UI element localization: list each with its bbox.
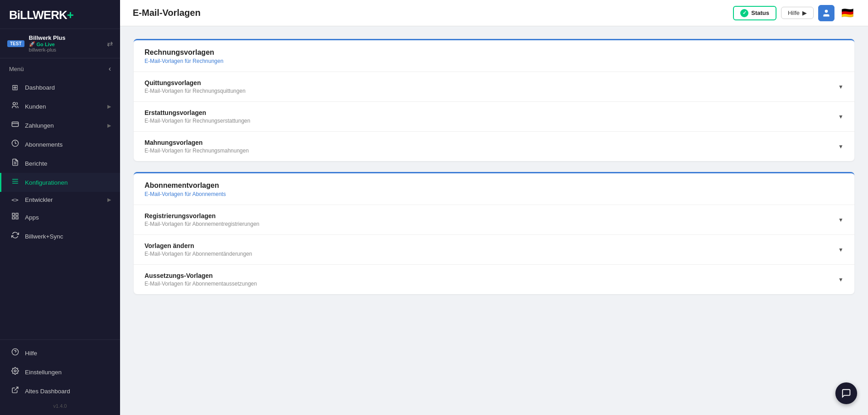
mahnungsvorlagen-item[interactable]: Mahnungsvorlagen E-Mail-Vorlagen für Rec… xyxy=(134,132,854,161)
collapse-button[interactable]: ‹ xyxy=(109,65,111,73)
sync-icon xyxy=(10,231,19,241)
svg-rect-10 xyxy=(15,213,18,215)
logo-area: BiLLWERK+ xyxy=(0,0,120,29)
sidebar-item-entwickler[interactable]: <> Entwickler ▶ xyxy=(0,192,120,208)
status-button[interactable]: ✓ Status xyxy=(733,6,776,20)
external-link-icon xyxy=(10,386,19,396)
chevron-right-icon: ▶ xyxy=(107,123,111,129)
sidebar-item-label: Zahlungen xyxy=(25,122,54,129)
test-badge: TEST xyxy=(7,40,24,47)
main-area: E-Mail-Vorlagen ✓ Status Hilfe ▶ 🇩🇪 Rech… xyxy=(120,0,868,415)
svg-line-16 xyxy=(14,387,18,391)
sidebar-item-dashboard[interactable]: ⊞ Dashboard xyxy=(0,78,120,97)
language-flag-button[interactable]: 🇩🇪 xyxy=(839,5,855,21)
zahlungen-icon xyxy=(10,120,19,130)
chevron-down-icon: ▼ xyxy=(838,114,844,120)
account-section[interactable]: TEST Billwerk Plus 🚀 Go Live billwerk-pl… xyxy=(0,29,120,58)
rechnungsvorlagen-header: Rechnungsvorlagen E-Mail-Vorlagen für Re… xyxy=(134,40,854,72)
sidebar-item-label: Abonnements xyxy=(25,141,63,148)
svg-point-15 xyxy=(14,370,16,372)
dashboard-icon: ⊞ xyxy=(10,83,19,92)
sidebar-item-kunden[interactable]: Kunden ▶ xyxy=(0,97,120,116)
sidebar-item-label: Berichte xyxy=(25,160,48,167)
sidebar-item-apps[interactable]: Apps xyxy=(0,208,120,227)
topbar-actions: ✓ Status Hilfe ▶ 🇩🇪 xyxy=(733,5,855,21)
sidebar-item-label: Hilfe xyxy=(25,350,37,357)
vorlagen-aendern-subtitle: E-Mail-Vorlagen für Abonnementänderungen xyxy=(145,251,252,257)
vorlagen-aendern-item[interactable]: Vorlagen ändern E-Mail-Vorlagen für Abon… xyxy=(134,235,854,265)
abonnementvorlagen-card: Abonnementvorlagen E-Mail-Vorlagen für A… xyxy=(134,172,854,294)
go-live-label: 🚀 Go Live xyxy=(29,41,66,47)
page-title: E-Mail-Vorlagen xyxy=(133,8,201,18)
registrierungsvorlagen-item[interactable]: Registrierungsvorlagen E-Mail-Vorlagen f… xyxy=(134,205,854,235)
sidebar-item-label: Altes Dashboard xyxy=(25,388,70,395)
chevron-down-icon: ▼ xyxy=(838,247,844,253)
topbar: E-Mail-Vorlagen ✓ Status Hilfe ▶ 🇩🇪 xyxy=(120,0,868,26)
konfigurationen-icon xyxy=(10,177,19,187)
chevron-right-icon: ▶ xyxy=(107,197,111,203)
sidebar-item-label: Konfigurationen xyxy=(25,179,68,186)
quittungsvorlagen-text: Quittungsvorlagen E-Mail-Vorlagen für Re… xyxy=(145,79,246,94)
svg-point-0 xyxy=(13,102,15,105)
abonnementvorlagen-header: Abonnementvorlagen E-Mail-Vorlagen für A… xyxy=(134,173,854,205)
erstattungsvorlagen-item[interactable]: Erstattungsvorlagen E-Mail-Vorlagen für … xyxy=(134,102,854,132)
sidebar-item-label: Dashboard xyxy=(25,84,55,91)
sidebar-item-altes-dashboard[interactable]: Altes Dashboard xyxy=(0,382,120,401)
hilfe-label: Hilfe xyxy=(788,10,800,16)
menu-label: Menü xyxy=(9,66,24,72)
quittungsvorlagen-item[interactable]: Quittungsvorlagen E-Mail-Vorlagen für Re… xyxy=(134,72,854,102)
erstattungsvorlagen-title: Erstattungsvorlagen xyxy=(145,109,250,116)
account-sub: billwerk-plus xyxy=(29,47,66,52)
erstattungsvorlagen-text: Erstattungsvorlagen E-Mail-Vorlagen für … xyxy=(145,109,250,124)
abonnementvorlagen-title: Abonnementvorlagen xyxy=(145,181,844,190)
sidebar-item-label: Einstellungen xyxy=(25,369,62,376)
svg-point-17 xyxy=(825,10,828,13)
sidebar-item-billwerk-sync[interactable]: Billwerk+Sync xyxy=(0,227,120,246)
sidebar-item-hilfe[interactable]: Hilfe xyxy=(0,343,120,363)
mahnungsvorlagen-text: Mahnungsvorlagen E-Mail-Vorlagen für Rec… xyxy=(145,139,249,154)
menu-header: Menü ‹ xyxy=(0,58,120,76)
sidebar-item-einstellungen[interactable]: Einstellungen xyxy=(0,363,120,382)
version-label: v1.4.0 xyxy=(0,401,120,411)
chevron-down-icon: ▼ xyxy=(838,277,844,283)
aussetzungs-vorlagen-text: Aussetzungs-Vorlagen E-Mail-Vorlagen für… xyxy=(145,272,257,287)
hilfe-button[interactable]: Hilfe ▶ xyxy=(781,7,814,19)
erstattungsvorlagen-subtitle: E-Mail-Vorlagen für Rechnungserstattunge… xyxy=(145,118,250,124)
mahnungsvorlagen-subtitle: E-Mail-Vorlagen für Rechnungsmahnungen xyxy=(145,148,249,154)
account-name: Billwerk Plus xyxy=(29,34,66,41)
entwickler-icon: <> xyxy=(10,196,19,203)
registrierungsvorlagen-text: Registrierungsvorlagen E-Mail-Vorlagen f… xyxy=(145,212,259,227)
chevron-down-icon: ▼ xyxy=(838,143,844,150)
sidebar-item-zahlungen[interactable]: Zahlungen ▶ xyxy=(0,116,120,135)
aussetzungs-vorlagen-item[interactable]: Aussetzungs-Vorlagen E-Mail-Vorlagen für… xyxy=(134,265,854,294)
aussetzungs-vorlagen-title: Aussetzungs-Vorlagen xyxy=(145,272,257,279)
einstellungen-icon xyxy=(10,367,19,377)
svg-rect-12 xyxy=(15,217,18,219)
vorlagen-aendern-title: Vorlagen ändern xyxy=(145,242,252,249)
registrierungsvorlagen-subtitle: E-Mail-Vorlagen für Abonnementregistrier… xyxy=(145,221,259,227)
sidebar-item-label: Apps xyxy=(25,214,39,221)
sidebar-item-berichte[interactable]: Berichte xyxy=(0,154,120,173)
mahnungsvorlagen-title: Mahnungsvorlagen xyxy=(145,139,249,146)
sidebar-item-label: Entwickler xyxy=(25,196,53,203)
chevron-down-icon: ▼ xyxy=(838,217,844,223)
aussetzungs-vorlagen-subtitle: E-Mail-Vorlagen für Abonnementaussetzung… xyxy=(145,281,257,287)
status-label: Status xyxy=(751,10,769,16)
rechnungsvorlagen-title: Rechnungsvorlagen xyxy=(145,48,844,57)
chevron-down-icon: ▼ xyxy=(838,84,844,90)
hilfe-icon xyxy=(10,348,19,358)
sidebar-bottom: Hilfe Einstellungen Altes Dashboard v1.4… xyxy=(0,339,120,415)
chevron-right-icon: ▶ xyxy=(107,104,111,110)
apps-icon xyxy=(10,212,19,222)
sidebar-item-label: Kunden xyxy=(25,103,46,110)
sidebar-item-abonnements[interactable]: Abonnements xyxy=(0,135,120,154)
sidebar-item-konfigurationen[interactable]: Konfigurationen xyxy=(0,173,120,192)
user-avatar-button[interactable] xyxy=(818,5,834,21)
swap-icon[interactable]: ⇄ xyxy=(107,39,113,48)
chat-button[interactable] xyxy=(835,382,857,404)
rocket-icon: 🚀 xyxy=(29,41,35,47)
nav-section: ⊞ Dashboard Kunden ▶ Zahlungen ▶ Abonnem… xyxy=(0,76,120,339)
berichte-icon xyxy=(10,158,19,168)
svg-rect-11 xyxy=(12,217,14,219)
sidebar-item-label: Billwerk+Sync xyxy=(25,233,63,240)
